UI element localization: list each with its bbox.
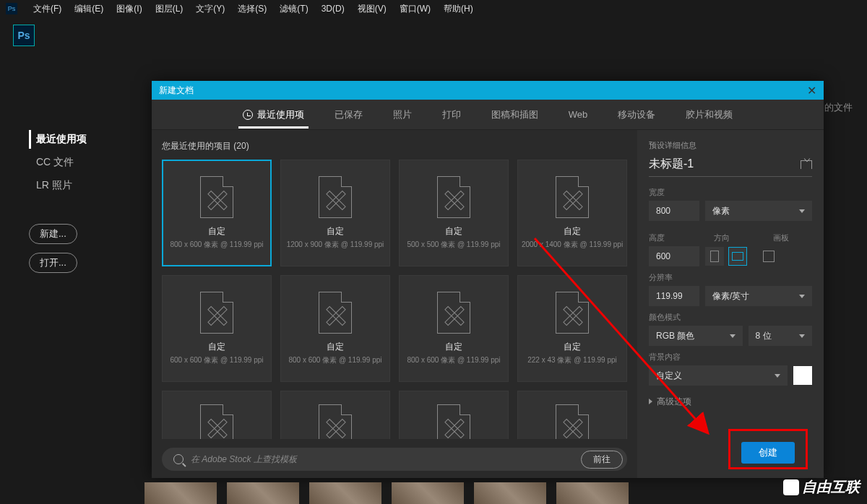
color-mode-select[interactable]: RGB 颜色 [649,326,743,346]
preset-item[interactable] [162,391,272,439]
clock-icon [243,110,253,120]
preset-subtitle: 800 x 600 像素 @ 119.99 ppi [170,240,263,250]
preset-item[interactable]: 自定800 x 600 像素 @ 119.99 ppi [280,275,390,382]
watermark: 自由互联 [783,477,860,497]
orientation-label: 方向 [714,233,759,243]
preset-item[interactable] [517,391,627,439]
background-color-swatch[interactable] [793,366,812,385]
go-button[interactable]: 前往 [581,451,623,469]
thumb [392,482,464,504]
tab-mobile[interactable]: 移动设备 [613,101,660,129]
start-sidebar: 最近使用项 CC 文件 LR 照片 新建... 打开... [29,130,130,282]
preset-item[interactable]: 自定222 x 43 像素 @ 119.99 ppi [517,275,627,382]
thumb [144,482,217,504]
advanced-options-toggle[interactable]: 高级选项 [649,396,812,408]
thumb [309,482,381,504]
tab-print[interactable]: 打印 [438,101,465,129]
search-icon [173,454,184,464]
preset-item[interactable] [280,391,390,439]
preset-name: 自定 [445,225,462,238]
resolution-input[interactable]: 119.99 [649,286,699,306]
preset-item[interactable]: 自定1200 x 900 像素 @ 119.99 ppi [280,160,390,266]
color-depth-value: 8 位 [756,330,772,342]
height-input[interactable]: 600 [649,246,699,266]
tab-saved[interactable]: 已保存 [330,101,367,129]
width-unit-value: 像素 [712,205,730,217]
orientation-landscape[interactable] [728,247,747,266]
width-unit-select[interactable]: 像素 [705,201,812,221]
menu-help[interactable]: 帮助(H) [438,1,479,17]
sidebar-item-recent[interactable]: 最近使用项 [29,130,130,149]
preset-item[interactable]: 自定500 x 500 像素 @ 119.99 ppi [399,160,509,266]
detail-section-title: 预设详细信息 [649,140,812,151]
preset-item[interactable]: 自定600 x 600 像素 @ 119.99 ppi [162,275,272,382]
background-select[interactable]: 自定义 [649,365,788,386]
menu-view[interactable]: 视图(V) [352,1,392,17]
dialog-tabs: 最近使用项 已保存 照片 打印 图稿和插图 Web 移动设备 胶片和视频 [152,100,824,130]
color-mode-label: 颜色模式 [649,312,812,323]
resolution-label: 分辨率 [649,272,812,283]
preset-subtitle: 600 x 600 像素 @ 119.99 ppi [170,355,263,365]
preset-item[interactable] [399,391,509,439]
width-input[interactable]: 800 [649,201,699,221]
menu-3d[interactable]: 3D(D) [316,2,350,15]
artboard-label: 画板 [773,233,789,243]
stock-search[interactable]: 在 Adobe Stock 上查找模板 前往 [162,448,627,471]
open-button[interactable]: 打开... [29,253,77,273]
menu-window[interactable]: 窗口(W) [394,1,436,17]
menu-layer[interactable]: 图层(L) [150,1,189,17]
thumb [556,482,629,504]
tab-film[interactable]: 胶片和视频 [681,101,737,129]
ps-badge-icon: Ps [13,25,35,46]
width-label: 宽度 [649,187,812,198]
menu-file[interactable]: 文件(F) [27,1,67,17]
menu-filter[interactable]: 滤镜(T) [274,1,314,17]
color-mode-value: RGB 颜色 [656,330,694,342]
document-name-input[interactable]: 未标题-1 [649,157,694,172]
save-preset-icon[interactable] [801,160,812,169]
preset-subtitle: 800 x 600 像素 @ 119.99 ppi [407,355,500,365]
chevron-down-icon [799,334,805,338]
file-icon [319,404,352,439]
artboard-checkbox[interactable] [763,251,775,262]
file-icon [556,404,589,439]
resolution-unit-select[interactable]: 像素/英寸 [705,286,812,306]
close-icon[interactable]: ✕ [807,84,816,97]
menu-edit[interactable]: 编辑(E) [69,1,109,17]
dialog-title: 新建文档 [159,84,194,97]
thumb [227,482,299,504]
preset-name: 自定 [564,225,581,238]
background-hint-text: 的文件 [824,101,853,114]
color-depth-select[interactable]: 8 位 [749,326,812,346]
watermark-icon [783,479,799,495]
new-button[interactable]: 新建... [29,224,77,244]
new-document-dialog: 新建文档 ✕ 最近使用项 已保存 照片 打印 图稿和插图 Web 移动设备 胶片… [152,81,824,478]
create-button[interactable]: 创建 [741,442,795,464]
file-icon [319,176,352,218]
preset-item[interactable]: 自定2000 x 1400 像素 @ 119.99 ppi [517,160,627,266]
background-thumbnails [144,482,629,504]
menu-bar: Ps 文件(F) 编辑(E) 图像(I) 图层(L) 文字(Y) 选择(S) 滤… [0,0,867,17]
preset-item[interactable]: 自定800 x 600 像素 @ 119.99 ppi [399,275,509,382]
file-icon [437,176,470,218]
recent-header: 您最近使用的项目 (20) [162,140,627,152]
menu-type[interactable]: 文字(Y) [190,1,230,17]
preset-subtitle: 222 x 43 像素 @ 119.99 ppi [527,355,617,365]
orientation-portrait[interactable] [705,247,724,266]
file-icon [437,292,470,334]
preset-subtitle: 800 x 600 像素 @ 119.99 ppi [288,355,381,365]
sidebar-item-cc-files[interactable]: CC 文件 [29,153,130,172]
file-icon [200,176,233,218]
tab-web[interactable]: Web [564,102,592,127]
menu-select[interactable]: 选择(S) [232,1,272,17]
resolution-unit-value: 像素/英寸 [712,290,749,303]
tab-recent[interactable]: 最近使用项 [238,101,309,129]
menu-image[interactable]: 图像(I) [111,1,147,17]
triangle-right-icon [649,399,652,404]
search-placeholder: 在 Adobe Stock 上查找模板 [191,453,574,466]
preset-item[interactable]: 自定800 x 600 像素 @ 119.99 ppi [162,160,272,266]
tab-photo[interactable]: 照片 [389,101,416,129]
file-icon [319,292,352,334]
tab-art[interactable]: 图稿和插图 [487,101,543,129]
sidebar-item-lr-photos[interactable]: LR 照片 [29,176,130,195]
